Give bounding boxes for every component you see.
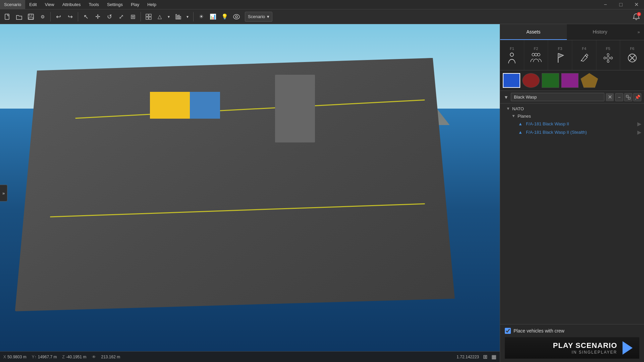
f1-label: F1 <box>510 47 514 51</box>
redo-button[interactable]: ↪ <box>65 11 75 22</box>
toolbar-separator-4 <box>193 12 194 21</box>
f4-label: F4 <box>582 47 586 51</box>
play-subtitle: IN SINGLEPLAYER <box>572 350 617 355</box>
right-panel: Assets History » F1 F2 <box>500 24 644 362</box>
menu-scenario[interactable]: Scenario <box>0 0 25 9</box>
f6-icon <box>626 52 638 64</box>
scenario-dropdown[interactable]: Scenario ▾ <box>245 12 272 22</box>
f5-label: F5 <box>606 47 610 51</box>
light-button[interactable]: 💡 <box>219 11 230 22</box>
toggle-icon: » <box>2 191 5 196</box>
height-button[interactable] <box>173 11 184 22</box>
svg-rect-11 <box>180 16 181 19</box>
tab-assets[interactable]: Assets <box>500 24 567 40</box>
terrain-dropdown[interactable]: ▾ <box>165 11 172 22</box>
select-tool[interactable]: ↖ <box>80 11 91 22</box>
fkey-f1[interactable]: F1 <box>500 40 524 70</box>
play-triangle-icon <box>623 341 633 355</box>
play-title: PLAY SCENARIO <box>553 341 618 350</box>
search-pin-button[interactable]: 📌 <box>633 93 641 101</box>
panel-expand-button[interactable]: » <box>633 24 644 40</box>
nato-label: NATO <box>512 106 524 111</box>
svg-point-17 <box>537 53 540 56</box>
f3-label: F3 <box>558 47 562 51</box>
tree-node-nato[interactable]: ▼ NATO <box>500 105 644 112</box>
menu-attributes[interactable]: Attributes <box>58 0 85 9</box>
place-crew-checkbox[interactable] <box>505 328 511 334</box>
fkey-f4[interactable]: F4 <box>572 40 596 70</box>
swatch-green[interactable] <box>542 73 559 88</box>
menu-help[interactable]: Help <box>143 0 160 9</box>
tab-history[interactable]: History <box>567 24 634 40</box>
cargo-yellow <box>150 92 190 119</box>
swatch-yellow[interactable] <box>581 73 598 88</box>
f4-icon <box>578 52 590 64</box>
search-clear-button[interactable]: ✕ <box>606 93 614 101</box>
color-swatches <box>500 70 644 91</box>
swatch-purple[interactable] <box>561 73 579 88</box>
f6-label: F6 <box>630 47 634 51</box>
tree-node-planes[interactable]: ▼ Planes <box>500 112 644 120</box>
plane-icon-2: ▲ <box>518 130 523 135</box>
viewport[interactable]: » X 50.9803 m Y↑ 14967.7 m Z -40.1951 m … <box>0 24 500 362</box>
save-button[interactable] <box>25 11 36 22</box>
menu-settings[interactable]: Settings <box>103 0 127 9</box>
x-value: 50.9803 m <box>7 355 26 359</box>
height-controls: ▾ <box>173 11 191 22</box>
close-button[interactable]: ✕ <box>629 0 644 9</box>
scale-tool[interactable]: ⤢ <box>116 11 126 22</box>
asset-tree: ▼ NATO ▼ Planes ▲ F/A-181 Black Wasp II … <box>500 104 644 324</box>
undo-button[interactable]: ↩ <box>53 11 64 22</box>
stats-button[interactable]: 📊 <box>208 11 218 22</box>
place-crew-label[interactable]: Place vehicles with crew <box>514 328 565 334</box>
move-tool[interactable]: ✛ <box>92 11 103 22</box>
search-collapse-arrow[interactable]: ▼ <box>503 94 509 101</box>
grid-button[interactable] <box>143 11 154 22</box>
steam-button[interactable]: ⚙ <box>37 11 48 22</box>
new-button[interactable] <box>2 11 13 22</box>
blackwasp1-action[interactable]: ▶ <box>637 121 641 127</box>
bottom-panel: Place vehicles with crew PLAY SCENARIO I… <box>500 324 644 362</box>
weather-button[interactable]: ☀ <box>196 11 207 22</box>
menu-play[interactable]: Play <box>127 0 143 9</box>
bounds-tool[interactable]: ⊞ <box>127 11 138 22</box>
eye-status: 👁 <box>92 355 96 359</box>
zoom-value: 1.72.142223 <box>457 355 479 359</box>
open-button[interactable] <box>14 11 24 22</box>
svg-rect-7 <box>149 17 151 19</box>
height-dropdown[interactable]: ▾ <box>184 11 191 22</box>
z-label: Z <box>62 355 64 359</box>
menu-view[interactable]: View <box>41 0 58 9</box>
dist-value: 213.162 m <box>101 355 120 359</box>
left-panel-toggle[interactable]: » <box>0 185 7 201</box>
play-scenario-button[interactable]: PLAY SCENARIO IN SINGLEPLAYER <box>505 337 639 359</box>
swatch-red[interactable] <box>522 73 540 88</box>
maximize-button[interactable]: □ <box>613 0 629 9</box>
toolbar-separator-1 <box>50 12 51 21</box>
fkey-f2[interactable]: F2 <box>524 40 548 70</box>
terrain-button[interactable]: △ <box>154 11 165 22</box>
search-input[interactable] <box>511 93 604 101</box>
tree-node-blackwasp1[interactable]: ▲ F/A-181 Black Wasp II ▶ <box>500 120 644 128</box>
eye-button[interactable] <box>231 11 242 22</box>
notification-button[interactable]: 1 <box>631 11 642 22</box>
fkey-f3[interactable]: F3 <box>548 40 572 70</box>
fkey-f6[interactable]: F6 <box>620 40 644 70</box>
menu-tools[interactable]: Tools <box>85 0 103 9</box>
svg-point-23 <box>610 57 612 59</box>
play-button-content: PLAY SCENARIO IN SINGLEPLAYER <box>553 341 618 355</box>
minimize-button[interactable]: − <box>598 0 613 9</box>
tree-node-blackwasp2[interactable]: ▲ F/A-181 Black Wasp II (Stealth) ▶ <box>500 128 644 136</box>
main-area: » X 50.9803 m Y↑ 14967.7 m Z -40.1951 m … <box>0 24 644 362</box>
svg-point-14 <box>510 53 514 56</box>
search-expand-button[interactable] <box>624 93 632 101</box>
blackwasp2-action[interactable]: ▶ <box>637 129 641 135</box>
fkey-f5[interactable]: F5 <box>596 40 621 70</box>
swatch-blue[interactable] <box>503 73 520 88</box>
eye-icon: 👁 <box>92 355 96 359</box>
carrier-deck <box>15 58 455 311</box>
search-minimize-button[interactable]: − <box>615 93 623 101</box>
grid-icon: ⊞ <box>483 354 487 360</box>
rotate-tool[interactable]: ↺ <box>104 11 115 22</box>
menu-edit[interactable]: Edit <box>25 0 41 9</box>
